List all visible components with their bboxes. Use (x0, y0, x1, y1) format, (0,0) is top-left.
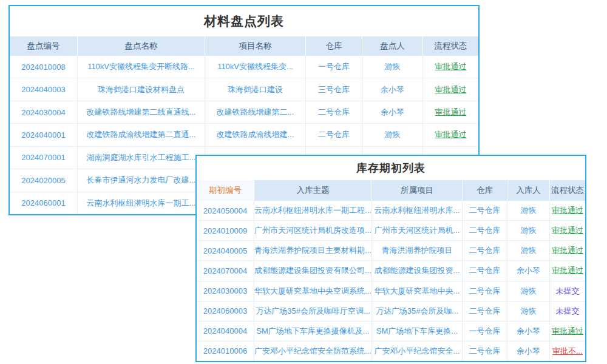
table-row: 2024030003 华软大厦研究基地中央空调系统... 华软大厦研究基地中央.… (197, 281, 585, 301)
column-header-inventory-name[interactable]: 盘点名称 (78, 36, 205, 56)
cell-warehouse: 二号仓库 (463, 201, 507, 220)
cell-warehouse: 二号仓库 (463, 241, 507, 260)
column-header-inventory-person[interactable]: 盘点人 (362, 36, 423, 56)
cell-inventory-name: 湖南洞庭湖水库引水工程施工... (78, 147, 205, 169)
cell-opening-id[interactable]: 2024050004 (197, 201, 254, 220)
column-header-warehouse[interactable]: 仓库 (463, 180, 507, 201)
table-row: 2024010006 广安邓小平纪念馆安全防范系统... 广安邓小平纪念馆安全.… (197, 341, 585, 361)
cell-flow-status[interactable]: 审批通过 (550, 241, 585, 260)
cell-project-name: 改建铁路成渝线增建... (205, 124, 306, 146)
cell-project: SM广场地下车库更换... (372, 322, 463, 341)
cell-project-name: 110kV安徽线程集变... (205, 56, 306, 78)
cell-warehouse: 二号仓库 (463, 281, 507, 301)
cell-inbound-person: 余小琴 (507, 342, 550, 361)
page: 材料盘点列表 盘点编号 盘点名称 项目名称 仓库 盘点人 流程状态 202401… (0, 0, 607, 364)
cell-flow-status[interactable]: 审批通过 (423, 101, 478, 123)
cell-flow-status[interactable]: 未提交 (550, 281, 585, 301)
opening-stock-title: 库存期初列表 (197, 156, 585, 180)
cell-opening-id[interactable]: 2024030003 (197, 281, 254, 301)
cell-inbound-subject: 成都能源建设集团投资有限公司... (254, 261, 372, 280)
cell-opening-id[interactable]: 2024040004 (197, 322, 254, 341)
cell-flow-status[interactable]: 审批通过 (550, 322, 585, 341)
cell-inbound-person: 游恢 (507, 201, 550, 220)
table-row: 2024060003 万达广场35#会所及咖啡厅空调... 万达广场35#会所及… (197, 301, 585, 321)
cell-inbound-subject: 华软大厦研究基地中央空调系统... (254, 281, 372, 301)
cell-opening-id[interactable]: 2024070004 (197, 261, 254, 280)
cell-inbound-person: 游恢 (507, 221, 550, 240)
cell-warehouse: 二号仓库 (463, 302, 507, 321)
cell-inventory-id[interactable]: 2024040001 (10, 124, 78, 146)
table-row: 2024040005 青海洪湖养护院项目主要材料期... 青海洪湖养护院项目 二… (197, 240, 585, 260)
cell-inventory-id[interactable]: 2024040003 (10, 78, 78, 100)
cell-warehouse: 一号仓库 (463, 322, 507, 341)
table-row: 2024040003 珠海鹤港口建设材料盘点 珠海鹤港口建设 三号仓库 余小琴 … (10, 78, 478, 100)
table-row: 2024050004 云南水利枢纽潜明水库一期工程... 云南水利枢纽潜明水库.… (197, 201, 585, 220)
cell-warehouse: 三号仓库 (306, 78, 362, 100)
cell-inventory-name: 改建铁路线增建第二线直通线... (78, 101, 205, 123)
cell-opening-id[interactable]: 2024010006 (197, 342, 254, 361)
column-header-inbound-person[interactable]: 入库人 (507, 180, 550, 201)
cell-project-name: 改建铁路线增建第二... (205, 101, 306, 123)
cell-flow-status[interactable]: 审批通过 (550, 201, 585, 220)
cell-inbound-person: 余小琴 (507, 322, 550, 341)
material-inventory-header-row: 盘点编号 盘点名称 项目名称 仓库 盘点人 流程状态 (10, 36, 478, 56)
cell-inventory-person: 游恢 (362, 124, 423, 146)
table-row: 2024030004 改建铁路线增建第二线直通线... 改建铁路线增建第二...… (10, 101, 478, 123)
cell-project-name: 珠海鹤港口建设 (205, 78, 306, 100)
column-header-project[interactable]: 所属项目 (372, 180, 463, 201)
cell-inventory-person: 游恢 (362, 56, 423, 78)
column-header-flow-status[interactable]: 流程状态 (550, 180, 585, 201)
cell-flow-status[interactable]: 审批通过 (550, 221, 585, 240)
cell-inventory-person: 余小琴 (362, 78, 423, 100)
cell-inbound-subject: 广安邓小平纪念馆安全防范系统... (254, 342, 372, 361)
cell-flow-status[interactable]: 审批通过 (423, 124, 478, 146)
opening-stock-card: 库存期初列表 期初编号 入库主题 所属项目 仓库 入库人 流程状态 202405… (195, 155, 586, 362)
column-header-warehouse[interactable]: 仓库 (306, 36, 362, 56)
cell-inbound-subject: 万达广场35#会所及咖啡厅空调... (254, 302, 372, 321)
cell-project: 广安邓小平纪念馆安全... (372, 342, 463, 361)
cell-inbound-subject: SM广场地下车库更换摄像机及... (254, 322, 372, 341)
cell-inbound-subject: 青海洪湖养护院项目主要材料期... (254, 241, 372, 260)
cell-flow-status[interactable]: 审批通过 (423, 78, 478, 100)
column-header-opening-id[interactable]: 期初编号 (197, 180, 254, 201)
cell-inventory-id[interactable]: 2024010008 (10, 56, 78, 78)
cell-flow-status[interactable]: 审批不... (550, 342, 585, 361)
table-row: 2024010008 110kV安徽线程集变开断线路... 110kV安徽线程集… (10, 56, 478, 78)
cell-inbound-person: 游恢 (507, 241, 550, 260)
cell-warehouse: 二号仓库 (463, 342, 507, 361)
column-header-flow-status[interactable]: 流程状态 (423, 36, 478, 56)
column-header-inbound-subject[interactable]: 入库主题 (254, 180, 372, 201)
cell-opening-id[interactable]: 2024010009 (197, 221, 254, 240)
cell-project: 青海洪湖养护院项目 (372, 241, 463, 260)
cell-flow-status[interactable]: 审批通过 (550, 261, 585, 280)
cell-inventory-id[interactable]: 2024030004 (10, 101, 78, 123)
cell-inbound-subject: 广州市天河区统计局机房改造项... (254, 221, 372, 240)
table-row: 2024010009 广州市天河区统计局机房改造项... 广州市天河区统计局机.… (197, 220, 585, 240)
cell-inventory-name: 改建铁路成渝线增建第二直通... (78, 124, 205, 146)
cell-inventory-id[interactable]: 2024060001 (10, 192, 78, 214)
cell-project: 华软大厦研究基地中央... (372, 281, 463, 301)
cell-warehouse: 二号仓库 (463, 221, 507, 240)
cell-project: 云南水利枢纽潜明水库... (372, 201, 463, 220)
cell-flow-status[interactable]: 审批通过 (423, 56, 478, 78)
column-header-inventory-id[interactable]: 盘点编号 (10, 36, 78, 56)
cell-project: 成都能源建设集团投资... (372, 261, 463, 280)
cell-inventory-name: 珠海鹤港口建设材料盘点 (78, 78, 205, 100)
cell-opening-id[interactable]: 2024040005 (197, 241, 254, 260)
table-row: 2024070004 成都能源建设集团投资有限公司... 成都能源建设集团投资.… (197, 260, 585, 280)
opening-stock-header-row: 期初编号 入库主题 所属项目 仓库 入库人 流程状态 (197, 180, 585, 201)
opening-stock-body: 2024050004 云南水利枢纽潜明水库一期工程... 云南水利枢纽潜明水库.… (197, 201, 585, 361)
table-row: 2024040001 改建铁路成渝线增建第二直通... 改建铁路成渝线增建...… (10, 123, 478, 146)
cell-inventory-name: 110kV安徽线程集变开断线路... (78, 56, 205, 78)
column-header-project-name[interactable]: 项目名称 (205, 36, 306, 56)
cell-inbound-person: 余小琴 (507, 261, 550, 280)
cell-warehouse: 二号仓库 (306, 124, 362, 146)
cell-inbound-person: 游恢 (507, 281, 550, 301)
cell-inventory-id[interactable]: 2024070001 (10, 147, 78, 169)
cell-inbound-subject: 云南水利枢纽潜明水库一期工程... (254, 201, 372, 220)
cell-warehouse: 一号仓库 (306, 56, 362, 78)
cell-inventory-name: 长春市伊通河水力发电厂改建... (78, 169, 205, 191)
cell-opening-id[interactable]: 2024060003 (197, 302, 254, 321)
cell-inventory-id[interactable]: 2024020005 (10, 169, 78, 191)
cell-flow-status[interactable]: 未提交 (550, 302, 585, 321)
